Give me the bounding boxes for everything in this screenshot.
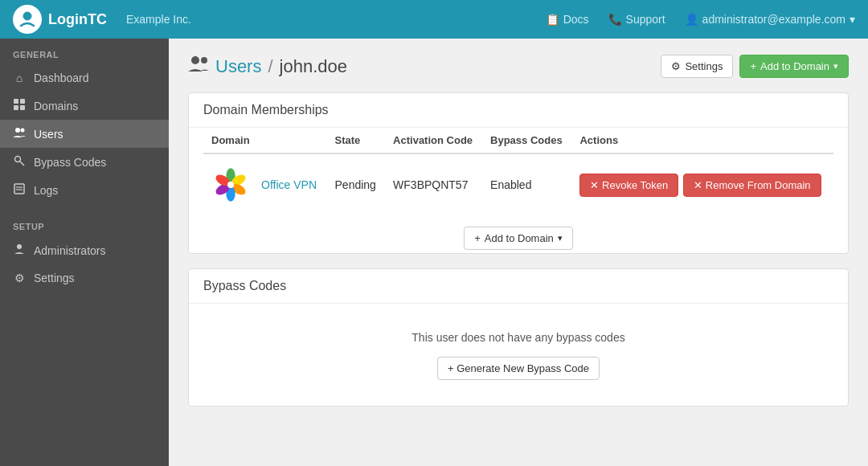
brand-name: LoginTC bbox=[48, 11, 107, 28]
domain-name-link[interactable]: Office VPN bbox=[261, 178, 317, 191]
domain-memberships-title: Domain Memberships bbox=[189, 93, 848, 128]
remove-from-domain-button[interactable]: ✕ Remove From Domain bbox=[683, 174, 821, 197]
svg-rect-2 bbox=[20, 99, 25, 104]
support-icon: 📞 bbox=[608, 13, 622, 26]
bypass-codes-body: This user does not have any bypass codes… bbox=[189, 304, 848, 406]
col-state: State bbox=[327, 128, 386, 153]
svg-point-0 bbox=[23, 12, 31, 20]
domain-memberships-card: Domain Memberships Domain State Activati… bbox=[188, 92, 849, 254]
sidebar-item-label: Settings bbox=[34, 272, 75, 284]
users-icon bbox=[13, 127, 26, 141]
sidebar-item-dashboard[interactable]: ⌂ Dashboard bbox=[0, 64, 169, 92]
sidebar-item-settings[interactable]: ⚙ Settings bbox=[0, 264, 169, 292]
sidebar-item-label: Dashboard bbox=[34, 72, 89, 84]
svg-point-12 bbox=[17, 244, 22, 249]
sidebar-item-label: Users bbox=[34, 128, 63, 141]
svg-point-6 bbox=[21, 129, 25, 133]
svg-rect-3 bbox=[14, 105, 18, 110]
add-to-domain-header-button[interactable]: + Add to Domain bbox=[739, 55, 849, 78]
sidebar: GENERAL ⌂ Dashboard Domains Users Bypass… bbox=[0, 39, 169, 466]
sidebar-item-label: Administrators bbox=[34, 244, 105, 257]
generate-bypass-code-button[interactable]: + Generate New Bypass Code bbox=[437, 357, 600, 380]
admin-icon bbox=[13, 243, 26, 257]
svg-rect-4 bbox=[20, 105, 25, 110]
sidebar-item-label: Domains bbox=[34, 100, 78, 112]
svg-point-7 bbox=[15, 157, 21, 162]
plus-icon: + bbox=[474, 232, 481, 244]
bypass-codes-title: Bypass Codes bbox=[189, 269, 848, 304]
generate-btn-row: + Generate New Bypass Code bbox=[203, 354, 833, 391]
col-actions: Actions bbox=[571, 128, 833, 153]
docs-icon: 📋 bbox=[546, 13, 559, 26]
sidebar-item-bypass-codes[interactable]: Bypass Codes bbox=[0, 148, 169, 176]
state-cell: Pending bbox=[327, 153, 386, 215]
caret-icon: ▾ bbox=[850, 13, 855, 26]
sidebar-item-logs[interactable]: Logs bbox=[0, 176, 169, 204]
col-domain: Domain bbox=[203, 128, 327, 153]
bypass-codes-icon bbox=[13, 155, 26, 169]
breadcrumb-current: john.doe bbox=[280, 56, 347, 77]
col-activation-code: Activation Code bbox=[385, 128, 482, 153]
svg-point-13 bbox=[191, 56, 199, 64]
sidebar-item-domains[interactable]: Domains bbox=[0, 92, 169, 120]
activation-code-cell: WF3BPQNT57 bbox=[385, 153, 482, 215]
revoke-token-button[interactable]: ✕ Revoke Token bbox=[579, 174, 678, 197]
brand-logo[interactable]: LoginTC bbox=[13, 5, 107, 34]
support-link[interactable]: 📞 Support bbox=[608, 13, 665, 26]
org-name: Example Inc. bbox=[126, 13, 191, 26]
page-title-icon bbox=[188, 55, 209, 77]
domain-table: Domain State Activation Code Bypass Code… bbox=[203, 128, 833, 215]
logintc-logo-icon bbox=[18, 10, 37, 29]
topnav: LoginTC Example Inc. 📋 Docs 📞 Support 👤 … bbox=[0, 0, 868, 39]
page-header: Users / john.doe ⚙ Settings + Add to Dom… bbox=[188, 55, 849, 78]
topnav-links: 📋 Docs 📞 Support 👤 administrator@example… bbox=[546, 13, 855, 26]
domain-cell: Office VPN bbox=[203, 154, 327, 215]
sidebar-item-administrators[interactable]: Administrators bbox=[0, 236, 169, 264]
svg-rect-1 bbox=[14, 99, 18, 104]
logs-icon bbox=[13, 183, 26, 197]
page-title: Users / john.doe bbox=[188, 55, 347, 77]
svg-line-8 bbox=[20, 161, 25, 166]
sidebar-item-label: Logs bbox=[34, 184, 58, 197]
add-icon: + bbox=[750, 60, 756, 72]
sidebar-item-label: Bypass Codes bbox=[34, 156, 106, 169]
bypass-codes-card: Bypass Codes This user does not have any… bbox=[188, 268, 849, 407]
general-section-label: GENERAL bbox=[0, 39, 169, 64]
col-bypass-codes: Bypass Codes bbox=[482, 128, 571, 153]
bypass-empty-message: This user does not have any bypass codes bbox=[203, 318, 833, 354]
breadcrumb-parent[interactable]: Users bbox=[215, 56, 261, 77]
page-header-actions: ⚙ Settings + Add to Domain bbox=[661, 55, 849, 78]
domain-memberships-body: Domain State Activation Code Bypass Code… bbox=[189, 128, 848, 253]
domain-logo bbox=[211, 166, 250, 204]
domains-icon bbox=[13, 99, 26, 112]
main-content: Users / john.doe ⚙ Settings + Add to Dom… bbox=[169, 39, 868, 466]
svg-point-14 bbox=[201, 57, 207, 63]
settings-sidebar-icon: ⚙ bbox=[13, 272, 26, 284]
add-to-domain-table-button[interactable]: + Add to Domain bbox=[464, 227, 573, 250]
logo-circle bbox=[13, 5, 42, 34]
sidebar-item-users[interactable]: Users bbox=[0, 120, 169, 148]
settings-icon: ⚙ bbox=[671, 60, 681, 72]
breadcrumb-sep: / bbox=[268, 56, 272, 77]
table-row: Office VPN Pending WF3BPQNT57 Enabled ✕ … bbox=[203, 153, 833, 215]
bypass-codes-cell: Enabled bbox=[482, 153, 571, 215]
dashboard-icon: ⌂ bbox=[13, 72, 26, 84]
svg-rect-9 bbox=[14, 184, 24, 194]
actions-cell: ✕ Revoke Token ✕ Remove From Domain bbox=[571, 153, 833, 215]
svg-point-21 bbox=[227, 182, 234, 188]
docs-link[interactable]: 📋 Docs bbox=[546, 13, 589, 26]
settings-button[interactable]: ⚙ Settings bbox=[661, 55, 733, 78]
setup-section-label: SETUP bbox=[0, 211, 169, 236]
layout: GENERAL ⌂ Dashboard Domains Users Bypass… bbox=[0, 39, 868, 466]
svg-point-5 bbox=[15, 128, 20, 133]
user-menu-link[interactable]: 👤 administrator@example.com ▾ bbox=[685, 13, 855, 26]
user-icon: 👤 bbox=[685, 13, 698, 26]
add-domain-row: + Add to Domain bbox=[203, 215, 833, 253]
